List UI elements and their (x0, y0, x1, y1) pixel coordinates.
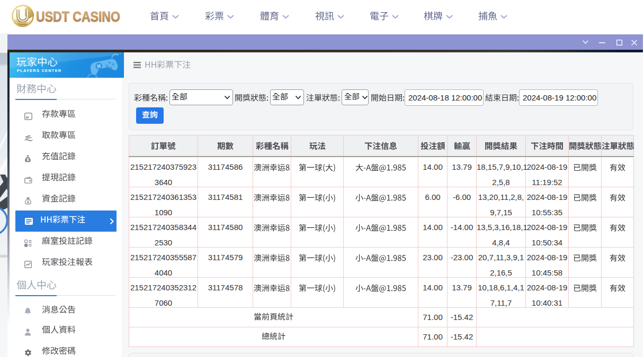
svg-text:Casino: Casino (18, 23, 28, 26)
svg-text:USDT CASINO: USDT CASINO (36, 8, 120, 25)
